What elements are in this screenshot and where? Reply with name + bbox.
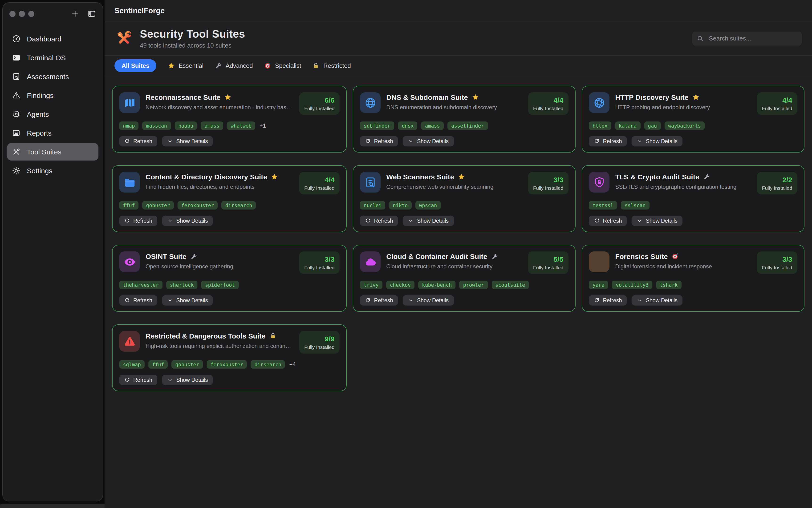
tool-tag: nikto	[389, 201, 411, 210]
sidebar-nav: DashboardTerminal OSAssessmentsFindingsA…	[7, 30, 98, 179]
tool-tag: wpscan	[415, 201, 441, 210]
new-button[interactable]	[71, 9, 80, 18]
tool-tag: whatweb	[227, 122, 255, 130]
show-details-button[interactable]: Show Details	[403, 295, 454, 305]
app-window: DashboardTerminal OSAssessmentsFindingsA…	[0, 0, 812, 508]
tool-tag: ffuf	[148, 360, 168, 369]
suite-title: HTTP Discovery Suite	[615, 93, 688, 101]
filter-tab-label: Essential	[179, 62, 204, 69]
filter-tab-all-suites[interactable]: All Suites	[115, 59, 157, 72]
tool-tag: gobuster	[171, 360, 203, 369]
show-details-button[interactable]: Show Details	[632, 136, 683, 146]
wrench-icon	[491, 253, 498, 260]
refresh-button[interactable]: Refresh	[360, 216, 398, 226]
filter-tab-advanced[interactable]: Advanced	[215, 59, 253, 72]
page-title: Security Tool Suites	[140, 28, 245, 41]
page-subtitle: 49 tools installed across 10 suites	[140, 42, 245, 49]
tool-tag-list: sqlmapffufgobusterferoxbusterdirsearch+4	[119, 360, 339, 369]
lock-icon	[313, 62, 320, 69]
show-details-button[interactable]: Show Details	[632, 295, 683, 305]
show-details-button[interactable]: Show Details	[403, 136, 454, 146]
sidebar-item-findings[interactable]: Findings	[7, 87, 98, 104]
search-box[interactable]	[692, 31, 802, 45]
more-tools-count: +4	[289, 361, 296, 368]
install-status-badge: 3/3Fully Installed	[528, 172, 568, 195]
suite-title: Cloud & Container Audit Suite	[386, 252, 487, 260]
refresh-button-label: Refresh	[603, 298, 622, 303]
close-window-button[interactable]	[9, 11, 15, 17]
refresh-button[interactable]: Refresh	[119, 375, 158, 385]
suite-description: Cloud infrastructure and container secur…	[386, 263, 522, 270]
refresh-button[interactable]: Refresh	[119, 295, 158, 305]
show-details-button[interactable]: Show Details	[162, 295, 213, 305]
star-icon	[168, 62, 175, 69]
sidebar-item-tool-suites[interactable]: Tool Suites	[7, 143, 98, 161]
sidebar-item-settings[interactable]: Settings	[7, 162, 98, 179]
refresh-icon	[594, 138, 600, 144]
chevron-down-icon	[167, 298, 173, 303]
refresh-button[interactable]: Refresh	[119, 136, 158, 146]
suite-title: Forensics Suite	[615, 252, 667, 260]
sidebar-toggle-button[interactable]	[87, 9, 96, 18]
globe-meridians-icon	[589, 92, 609, 113]
filter-tab-label: All Suites	[122, 62, 150, 69]
sidebar-actions	[71, 9, 96, 18]
filter-tab-restricted[interactable]: Restricted	[313, 59, 351, 72]
suite-description: Find hidden files, directories, and endp…	[146, 184, 293, 190]
search-icon	[697, 35, 704, 42]
sidebar-item-label: Reports	[27, 129, 51, 137]
suite-card-cloud-container-audit-suite: Cloud & Container Audit SuiteCloud infra…	[353, 245, 576, 312]
sidebar-item-assessments[interactable]: Assessments	[7, 68, 98, 85]
minimize-window-button[interactable]	[19, 11, 25, 17]
tool-tag-list: ffufgobusterferoxbusterdirsearch	[119, 201, 339, 210]
chevron-down-icon	[167, 218, 173, 224]
tool-tag: sqlmap	[119, 360, 145, 369]
suite-description: DNS enumeration and subdomain discovery	[386, 104, 522, 111]
show-details-button[interactable]: Show Details	[632, 216, 683, 226]
suite-title: Content & Directory Discovery Suite	[146, 173, 267, 181]
window-bottom-edge	[0, 504, 105, 508]
sidebar-item-agents[interactable]: Agents	[7, 105, 98, 123]
show-details-button[interactable]: Show Details	[403, 216, 454, 226]
refresh-button-label: Refresh	[133, 218, 152, 224]
wrench-icon	[190, 253, 197, 260]
filter-tab-specialist[interactable]: Specialist	[264, 59, 301, 72]
suite-description: Comprehensive web vulnerability scanning	[386, 184, 522, 190]
filter-tab-label: Advanced	[226, 62, 253, 69]
chevron-down-icon	[637, 298, 643, 303]
chevron-down-icon	[167, 138, 173, 144]
filter-tab-essential[interactable]: Essential	[168, 59, 204, 72]
tool-tag-list: httpxkatanagauwaybackurls	[589, 122, 798, 130]
refresh-button[interactable]: Refresh	[360, 136, 398, 146]
suite-card-dns-subdomain-suite: DNS & Subdomain SuiteDNS enumeration and…	[353, 86, 576, 153]
tool-tag-list: theharvestersherlockspiderfoot	[119, 281, 339, 289]
hammer-wrench-icon	[115, 29, 133, 48]
search-input[interactable]	[708, 34, 798, 42]
tool-tag: spiderfoot	[201, 281, 239, 289]
sidebar-item-label: Assessments	[27, 73, 69, 81]
sidebar-item-terminal-os[interactable]: Terminal OS	[7, 49, 98, 67]
refresh-button[interactable]: Refresh	[589, 295, 627, 305]
app-title: SentinelForge	[115, 7, 165, 15]
install-status-label: Fully Installed	[533, 265, 563, 270]
wrench-icon	[703, 173, 710, 180]
show-details-button[interactable]: Show Details	[162, 136, 213, 146]
refresh-button[interactable]: Refresh	[589, 136, 627, 146]
tool-tag-list: nucleiniktowpscan	[360, 201, 568, 210]
tool-tag: dnsx	[398, 122, 417, 130]
tool-tag: waybackurls	[664, 122, 704, 130]
sidebar-item-dashboard[interactable]: Dashboard	[7, 30, 98, 48]
sidebar-item-reports[interactable]: Reports	[7, 124, 98, 142]
install-count: 5/5	[533, 255, 563, 263]
install-status-label: Fully Installed	[304, 265, 334, 270]
show-details-button[interactable]: Show Details	[162, 216, 213, 226]
refresh-button[interactable]: Refresh	[589, 216, 627, 226]
tool-tag-list: nmapmasscannaabuamasswhatweb+1	[119, 122, 339, 130]
zoom-window-button[interactable]	[28, 11, 34, 17]
suite-title: TLS & Crypto Audit Suite	[615, 173, 699, 181]
refresh-button[interactable]: Refresh	[360, 295, 398, 305]
refresh-button[interactable]: Refresh	[119, 216, 158, 226]
refresh-icon	[124, 298, 130, 303]
suite-title: Reconnaissance Suite	[146, 93, 220, 101]
show-details-button[interactable]: Show Details	[162, 375, 213, 385]
